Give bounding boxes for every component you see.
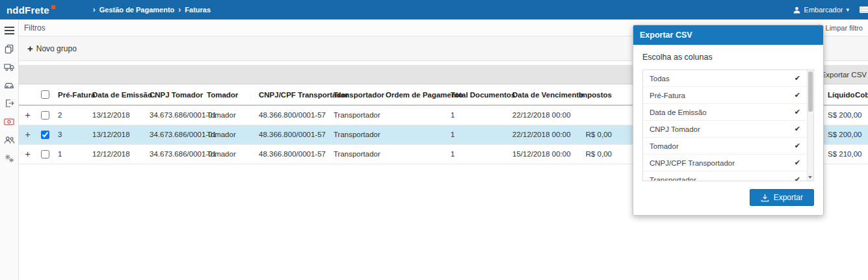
cell-liquido: S$ 200,00 [824, 125, 851, 144]
option-label: Transportador [650, 176, 696, 182]
column-option-list: Todas ✔ Pré-Fatura ✔ Data de Emissão ✔ C… [642, 70, 814, 181]
filters-title: Filtros [24, 23, 46, 32]
person-icon [793, 6, 801, 14]
col-cnpj-tomador[interactable]: CNPJ Tomador [146, 84, 203, 105]
export-button-label: Exportar [774, 193, 803, 202]
cell-cnpj-tomador: 34.673.686/0001-01 [146, 144, 203, 164]
check-icon: ✔ [795, 74, 800, 83]
row-checkbox[interactable] [41, 111, 49, 120]
column-option-data-emissao[interactable]: Data de Emissão ✔ [643, 104, 813, 121]
expand-row-button[interactable]: + [19, 105, 36, 125]
col-transportador[interactable]: Transportador [330, 84, 382, 105]
option-label: CNPJ/CPF Transportador [650, 159, 735, 167]
breadcrumb-item-faturas[interactable]: Faturas [185, 6, 211, 14]
cell-tomador: Tomador [203, 144, 255, 164]
cell-data-vencimento: 22/12/2018 00:00 [508, 125, 570, 144]
column-option-cnpj-tomador[interactable]: CNPJ Tomador ✔ [643, 121, 813, 138]
cell-total-documentos: 1 [447, 125, 508, 144]
cell-cnpj-cpf-transportador: 48.366.800/0001-57 [255, 125, 330, 144]
cell-impostos: R$ 0,00 [570, 144, 616, 164]
cell-impostos: R$ 0,00 [570, 125, 616, 144]
column-option-cnpj-cpf-transportador[interactable]: CNPJ/CPF Transportador ✔ [643, 155, 813, 172]
col-pre-fatura[interactable]: Pré-Fatura [54, 84, 88, 105]
breadcrumb: › Gestão de Pagamento › Faturas [93, 5, 211, 14]
row-checkbox[interactable] [41, 150, 49, 159]
select-all-checkbox[interactable] [41, 90, 49, 99]
cell-ordem-pagamento [382, 144, 447, 164]
cell-cnpj-tomador: 34.673.686/0001-01 [146, 105, 203, 125]
cell-pre-fatura: 3 [54, 125, 88, 144]
col-expand [19, 84, 36, 105]
row-select-cell [36, 125, 54, 144]
cell-transportador: Transportador [330, 105, 382, 125]
cell-impostos [570, 105, 616, 125]
new-group-button[interactable]: + Novo grupo [27, 44, 77, 53]
check-icon: ✔ [795, 108, 800, 116]
app-logo: nddFrete [7, 5, 55, 16]
col-data-emissao[interactable]: Data de Emissão↓ [88, 84, 146, 105]
cell-transportador: Transportador [330, 125, 382, 144]
cell-cnpj-tomador: 34.673.686/0001-01 [146, 125, 203, 144]
flag-icon[interactable] [859, 5, 868, 15]
col-total-documentos[interactable]: Total Documentos [447, 84, 508, 105]
truck-icon[interactable] [3, 61, 15, 73]
download-icon [761, 194, 769, 202]
export-icon[interactable] [3, 97, 15, 109]
scrollbar-thumb[interactable] [808, 71, 813, 112]
scrollbar-down-arrow[interactable] [808, 176, 812, 179]
cell-liquido: S$ 210,00 [824, 144, 851, 164]
cell-tomador: Tomador [203, 105, 255, 125]
cell-transportador: Transportador [330, 144, 382, 164]
breadcrumb-item-gestao[interactable]: Gestão de Pagamento [99, 6, 175, 14]
car-icon[interactable] [3, 79, 15, 91]
col-data-vencimento[interactable]: Data de Vencimento [508, 84, 570, 105]
cell-pre-fatura: 1 [54, 144, 88, 164]
column-option-todas[interactable]: Todas ✔ [643, 70, 813, 87]
col-tomador[interactable]: Tomador [203, 84, 255, 105]
payment-management-icon[interactable] [3, 116, 15, 127]
export-button[interactable]: Exportar [750, 189, 814, 206]
check-icon: ✔ [795, 175, 800, 181]
cell-tomador: Tomador [203, 125, 255, 144]
col-ordem-pagamento[interactable]: Ordem de Pagamento [382, 84, 447, 105]
settings-gears-icon[interactable] [3, 152, 15, 164]
row-select-cell [36, 105, 54, 125]
export-csv-label: Exportar CSV [821, 71, 867, 79]
documents-icon[interactable] [3, 43, 15, 55]
modal-subtitle: Escolha as colunas [642, 53, 814, 62]
topbar-right: Embarcador ▾ [793, 5, 868, 15]
new-group-label: Novo grupo [36, 44, 77, 53]
column-option-tomador[interactable]: Tomador ✔ [643, 138, 813, 155]
column-option-transportador[interactable]: Transportador ✔ [643, 172, 813, 181]
plus-icon: + [27, 44, 33, 53]
chevron-right-icon: › [93, 5, 96, 14]
expand-row-button[interactable]: + [19, 144, 36, 164]
cell-data-emissao: 13/12/2018 [88, 105, 146, 125]
chevron-down-icon: ▾ [846, 6, 849, 13]
expand-row-button[interactable]: + [19, 125, 36, 144]
check-icon: ✔ [795, 91, 800, 99]
cell-liquido: S$ 200,00 [824, 105, 851, 125]
user-menu-label: Embarcador [804, 6, 843, 14]
list-scrollbar[interactable] [807, 70, 813, 181]
row-select-cell [36, 144, 54, 164]
cell-data-vencimento: 15/12/2018 00:00 [508, 144, 570, 164]
users-icon[interactable] [3, 134, 15, 146]
col-cnpj-cpf-transportador[interactable]: CNPJ/CPF Transportador [255, 84, 330, 105]
col-select [36, 84, 54, 105]
cell-total-documentos: 1 [447, 144, 508, 164]
option-label: Todas [650, 75, 670, 83]
cell-data-emissao: 13/12/2018 [88, 125, 146, 144]
modal-title: Exportar CSV [633, 25, 823, 45]
check-icon: ✔ [795, 125, 800, 133]
modal-footer: Exportar [633, 181, 823, 215]
check-icon: ✔ [795, 142, 800, 150]
topbar: nddFrete › Gestão de Pagamento › Faturas… [0, 0, 868, 19]
column-option-pre-fatura[interactable]: Pré-Fatura ✔ [643, 87, 813, 104]
cell-cnpj-cpf-transportador: 48.366.800/0001-57 [255, 144, 330, 164]
cell-data-vencimento: 22/12/2018 00:00 [508, 105, 570, 125]
row-checkbox[interactable] [41, 131, 49, 139]
user-menu[interactable]: Embarcador ▾ [793, 6, 849, 14]
menu-toggle-icon[interactable] [3, 25, 15, 36]
col-liquido[interactable]: Líquido [824, 84, 851, 105]
